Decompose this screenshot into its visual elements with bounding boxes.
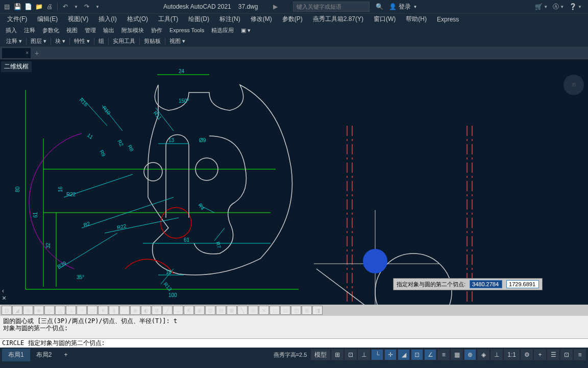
transparency-icon[interactable]: ▦	[451, 349, 463, 360]
osnap-btn[interactable]: ⊡	[205, 306, 215, 315]
lineweight-icon[interactable]: ≡	[437, 349, 450, 360]
osnap-btn[interactable]: ◢	[12, 306, 22, 315]
tab-addins[interactable]: 附加模块	[118, 26, 148, 35]
osnap-btn[interactable]: ◫	[291, 306, 301, 315]
clean-icon[interactable]: ⊡	[560, 349, 573, 360]
viewcube[interactable]: 西	[564, 75, 584, 95]
menu-insert[interactable]: 插入(I)	[93, 13, 121, 25]
open-icon[interactable]: 📁	[34, 2, 43, 11]
undo-dropdown-icon[interactable]: ▼	[71, 2, 81, 11]
close-icon[interactable]: ×	[26, 50, 29, 56]
cycling-icon[interactable]: ⊕	[464, 349, 476, 360]
undo-icon[interactable]: ↶	[61, 2, 70, 11]
chevron-left-icon[interactable]: ‹	[2, 287, 6, 294]
osnap-btn[interactable]: ◐	[141, 306, 151, 315]
ribbon-expand-icon[interactable]: ▣ ▾	[237, 26, 254, 35]
annoscale-icon[interactable]: 1:1	[504, 349, 520, 360]
osnap-btn[interactable]: ⊠	[227, 306, 237, 315]
menu-help[interactable]: 帮助(H)	[401, 13, 432, 25]
tab-express-tools[interactable]: Express Tools	[166, 26, 208, 34]
osnap-btn[interactable]: ⊞	[302, 306, 312, 315]
osnap-btn[interactable]: ⊞	[194, 306, 205, 315]
workspace-icon[interactable]: ⚙	[521, 349, 533, 360]
panel-annotate[interactable]: 注释 ▾	[2, 36, 26, 46]
tab-insert[interactable]: 插入	[2, 26, 20, 35]
redo-icon[interactable]: ↷	[82, 2, 91, 11]
layout-add-button[interactable]: +	[58, 349, 74, 360]
osnap-btn[interactable]: ∥	[109, 306, 119, 315]
search-icon[interactable]: 🔍	[374, 1, 385, 12]
osnap-btn[interactable]: ⊙	[248, 306, 258, 315]
osnap-btn[interactable]: ⊘	[152, 306, 162, 315]
osnap-btn[interactable]: ◇	[44, 306, 55, 315]
exchange-icon[interactable]: 🛒 ▼	[535, 3, 548, 10]
osnap-btn[interactable]: ⊗	[34, 306, 44, 315]
autodesk-icon[interactable]: Ⓐ ▼	[553, 3, 564, 11]
menu-express[interactable]: Express	[432, 14, 464, 25]
osnap-btn[interactable]: △	[55, 306, 65, 315]
isolate-icon[interactable]: ☰	[547, 349, 559, 360]
iso-icon[interactable]: ◢	[398, 349, 410, 360]
search-input[interactable]: 键入关键字或短语	[293, 2, 370, 12]
doc-tab-current[interactable]: ×	[2, 48, 31, 58]
saveas-icon[interactable]: 📄	[23, 2, 33, 11]
osnap-btn[interactable]: ⊥	[66, 306, 76, 315]
panel-clipboard[interactable]: 剪贴板	[140, 36, 165, 46]
new-tab-button[interactable]: +	[31, 49, 43, 57]
osnap-btn[interactable]: ╱	[162, 306, 173, 315]
tooltip-x-input[interactable]: 3480.2784	[470, 280, 502, 288]
menu-edit[interactable]: 编辑(E)	[32, 13, 63, 25]
panel-properties[interactable]: 特性 ▾	[70, 36, 94, 46]
dynucs-icon[interactable]: ⊥	[491, 349, 503, 360]
tab-view[interactable]: 视图	[63, 26, 81, 35]
panel-block[interactable]: 块 ▾	[51, 36, 69, 46]
menu-dimension[interactable]: 标注(N)	[214, 13, 246, 25]
menu-file[interactable]: 文件(F)	[2, 13, 32, 25]
3dosnap-icon[interactable]: ◈	[477, 349, 489, 360]
layout-tab-1[interactable]: 布局1	[2, 349, 30, 361]
panel-layers[interactable]: 图层 ▾	[27, 36, 51, 46]
osnap-btn[interactable]: ⬚	[270, 306, 280, 315]
osnap-btn[interactable]: ⊕	[130, 306, 140, 315]
polar-icon[interactable]: ✛	[384, 349, 397, 360]
osnap-btn[interactable]: ⊡	[280, 306, 290, 315]
osnap-btn[interactable]: ○	[77, 306, 87, 315]
osnap-icon[interactable]: ⊡	[411, 349, 423, 360]
osnap-btn[interactable]: ⌒	[119, 306, 130, 315]
osnap-btn[interactable]: ⊙	[23, 306, 33, 315]
grid-icon[interactable]: ⊞	[331, 349, 344, 360]
osnap-btn[interactable]: ⊡	[2, 306, 12, 315]
tab-output[interactable]: 输出	[100, 26, 118, 35]
tab-parametric[interactable]: 参数化	[39, 26, 63, 35]
save-icon[interactable]: 💾	[13, 2, 22, 11]
panel-view[interactable]: 视图 ▾	[165, 36, 189, 46]
menu-parametric[interactable]: 参数(P)	[277, 13, 308, 25]
close-icon[interactable]: ×	[2, 294, 6, 302]
tooltip-y-input[interactable]: 1729.6891	[506, 280, 539, 288]
tab-featured[interactable]: 精选应用	[208, 26, 237, 35]
menu-format[interactable]: 格式(O)	[122, 13, 153, 25]
login-button[interactable]: 👤 登录 ▼	[389, 3, 417, 11]
tab-collaborate[interactable]: 协作	[148, 26, 166, 35]
menu-tools[interactable]: 工具(T)	[153, 13, 183, 25]
tab-manage[interactable]: 管理	[81, 26, 100, 35]
customize-icon[interactable]: ≡	[574, 349, 586, 360]
model-button[interactable]: 模型	[311, 349, 330, 360]
annomonitor-icon[interactable]: +	[534, 349, 546, 360]
menu-modify[interactable]: 修改(M)	[246, 13, 277, 25]
osnap-btn[interactable]: K	[184, 306, 194, 315]
osnap-btn[interactable]: ╲	[237, 306, 248, 315]
infer-icon[interactable]: ⊥	[358, 349, 370, 360]
osnap-btn[interactable]: ⬚	[87, 306, 97, 315]
panel-utilities[interactable]: 实用工具	[109, 36, 139, 46]
ortho-icon[interactable]: └	[371, 349, 383, 360]
osnap-btn[interactable]: ×	[98, 306, 108, 315]
osnap-btn[interactable]: ◨	[312, 306, 323, 315]
panel-group[interactable]: 组	[94, 36, 108, 46]
help-icon[interactable]: ❔ ▼	[569, 3, 582, 10]
app-menu-icon[interactable]: ▤	[2, 2, 11, 11]
tab-annotate[interactable]: 注释	[20, 26, 39, 35]
menu-yanxiu[interactable]: 燕秀工具箱2.87(Y)	[308, 13, 369, 25]
menu-window[interactable]: 窗口(W)	[369, 13, 401, 25]
command-input[interactable]: CIRCLE 指定对象与圆的第二个切点:	[0, 338, 588, 348]
